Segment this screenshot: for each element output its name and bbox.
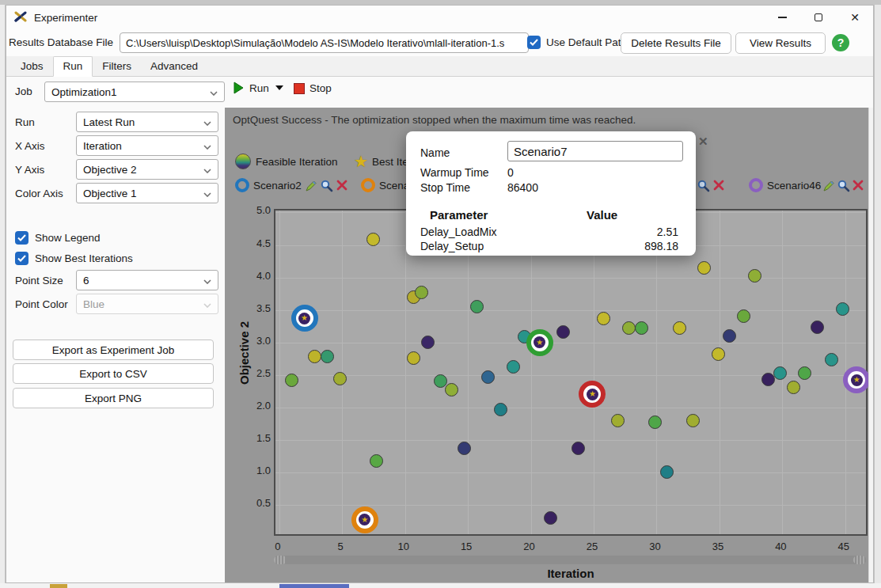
scatter-point[interactable] [798, 366, 811, 380]
magnifier-icon[interactable] [837, 180, 851, 193]
scatter-point[interactable] [333, 372, 347, 385]
yaxis-dropdown[interactable]: Objective 2 [76, 159, 218, 180]
edit-scenario-icon[interactable] [822, 180, 836, 193]
scatter-point[interactable] [723, 329, 736, 343]
xaxis-dropdown[interactable]: Iteration [76, 135, 218, 156]
delete-results-file-button[interactable]: Delete Results File [621, 32, 731, 54]
run-menu-caret-icon[interactable] [275, 85, 283, 90]
popup-stoptime-value: 86400 [507, 181, 538, 194]
point-size-dropdown[interactable]: 6 [76, 270, 218, 290]
scatter-point[interactable] [481, 370, 495, 384]
best-iteration-marker[interactable]: ★ [291, 305, 318, 332]
export-experiment-job-button[interactable]: Export as Experiment Job [13, 340, 214, 360]
scatter-point[interactable] [597, 312, 610, 325]
show-best-iterations-checkbox[interactable] [15, 252, 28, 265]
scatter-point[interactable] [470, 300, 484, 313]
scatter-point[interactable] [635, 321, 648, 335]
best-iteration-marker[interactable]: ★ [579, 381, 606, 408]
job-dropdown[interactable]: Optimization1 [44, 82, 225, 102]
best-iteration-marker[interactable]: ★ [526, 329, 553, 356]
best-star-icon: ★ [589, 390, 596, 398]
close-button[interactable]: ✕ [837, 6, 873, 29]
scatter-point[interactable] [421, 336, 435, 349]
scatter-point[interactable] [285, 374, 298, 387]
coloraxis-dropdown[interactable]: Objective 1 [76, 183, 218, 203]
scatter-point[interactable] [458, 442, 471, 455]
scatter-point[interactable] [611, 414, 625, 427]
x-range-scrollbar[interactable] [274, 556, 866, 564]
popup-name-label: Name [420, 146, 450, 159]
scatter-point[interactable] [507, 360, 520, 374]
gridline-vertical [279, 211, 280, 534]
scatter-point[interactable] [712, 347, 725, 361]
tab-advanced[interactable]: Advanced [141, 57, 207, 76]
y-tick-label: 1.0 [241, 465, 271, 476]
best-iteration-marker[interactable]: ★ [351, 506, 378, 533]
taskbar-segment [279, 584, 349, 588]
popup-close-icon[interactable]: ✕ [698, 135, 708, 149]
scatter-point[interactable] [434, 374, 447, 388]
scatter-point[interactable] [737, 309, 750, 323]
results-database-path-input[interactable] [120, 32, 529, 53]
popup-name-input[interactable] [507, 141, 683, 161]
scatter-point[interactable] [825, 353, 838, 366]
app-icon [14, 10, 28, 25]
gridline-vertical [720, 211, 720, 534]
x-tick-label: 30 [644, 541, 666, 552]
scatter-point[interactable] [697, 261, 711, 275]
remove-scenario-icon[interactable] [336, 180, 350, 193]
run-button[interactable]: Run [233, 82, 283, 94]
tab-run[interactable]: Run [53, 56, 93, 77]
scrollbar-left-grip[interactable] [274, 556, 287, 564]
use-default-path-label: Use Default Path [546, 36, 627, 48]
tab-jobs[interactable]: Jobs [11, 57, 53, 76]
show-best-row: Show Best Iterations [15, 252, 133, 265]
export-png-button[interactable]: Export PNG [13, 388, 214, 408]
scatter-point[interactable] [407, 351, 420, 365]
best-iteration-core: ★ [359, 514, 370, 525]
remove-scenario-icon[interactable] [713, 180, 727, 193]
maximize-icon [815, 13, 822, 21]
view-results-button[interactable]: View Results [735, 32, 826, 54]
scatter-point[interactable] [660, 465, 674, 479]
y-tick-label: 4.0 [241, 270, 271, 282]
popup-warmup-value: 0 [507, 166, 514, 179]
scatter-point[interactable] [370, 454, 383, 468]
scatter-point[interactable] [811, 321, 824, 334]
scatter-point[interactable] [748, 269, 761, 283]
edit-scenario-icon[interactable] [305, 180, 318, 193]
export-csv-button[interactable]: Export to CSV [13, 363, 214, 384]
use-default-path-checkbox[interactable] [527, 36, 541, 49]
best-iteration-marker[interactable]: ★ [843, 366, 868, 393]
scatter-point[interactable] [836, 302, 849, 316]
scatter-point[interactable] [787, 381, 800, 394]
scatter-point[interactable] [686, 414, 700, 427]
scatter-point[interactable] [494, 403, 507, 416]
scatter-point[interactable] [321, 350, 334, 363]
x-tick-label: 5 [329, 541, 351, 552]
run-select-dropdown[interactable]: Latest Run [76, 112, 218, 132]
maximize-button[interactable] [800, 6, 837, 29]
scatter-point[interactable] [673, 321, 686, 335]
magnifier-icon[interactable] [321, 180, 334, 193]
scatter-point[interactable] [445, 383, 458, 396]
scatter-point[interactable] [556, 325, 570, 339]
scatter-point[interactable] [415, 286, 428, 299]
x-tick-label: 10 [393, 541, 415, 552]
scatter-point[interactable] [648, 415, 662, 429]
minimize-button[interactable] [764, 6, 800, 29]
scatter-point[interactable] [773, 366, 787, 380]
tab-filters[interactable]: Filters [93, 57, 141, 76]
help-button[interactable]: ? [832, 34, 849, 51]
scatter-point[interactable] [308, 350, 321, 363]
stop-button[interactable]: Stop [294, 82, 332, 94]
scatter-point[interactable] [544, 511, 557, 525]
show-legend-checkbox[interactable] [15, 231, 28, 245]
scatter-point[interactable] [622, 321, 636, 335]
scrollbar-right-grip[interactable] [853, 556, 866, 564]
scatter-point[interactable] [572, 442, 585, 455]
show-legend-row: Show Legend [15, 231, 101, 245]
chevron-down-icon [203, 164, 211, 176]
magnifier-icon[interactable] [697, 180, 711, 193]
remove-scenario-icon[interactable] [853, 180, 866, 193]
